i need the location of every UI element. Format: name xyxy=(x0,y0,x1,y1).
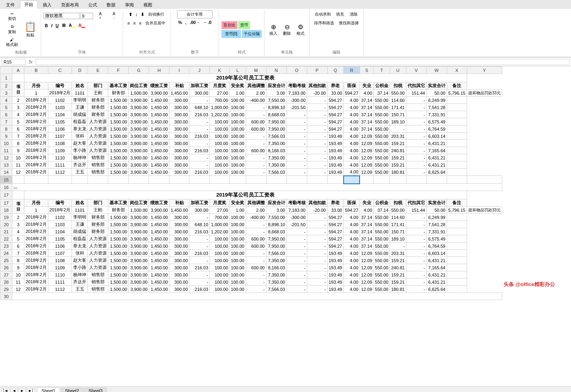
col-J[interactable]: J xyxy=(189,67,210,74)
cell-name-1[interactable]: 王刚 xyxy=(88,90,108,97)
cell-seq-1[interactable]: 1 xyxy=(24,90,48,97)
cell-ot-1[interactable]: 27.00 xyxy=(210,90,230,97)
cell-month-1[interactable]: 2018年2月 xyxy=(48,90,72,97)
cell-net-1[interactable]: 5,796.15 xyxy=(447,90,467,97)
col-A[interactable]: A xyxy=(12,67,24,74)
tab-home[interactable]: 开始 xyxy=(20,0,38,9)
col-P[interactable]: P xyxy=(307,67,327,74)
col-C[interactable]: C xyxy=(48,67,72,74)
cell-medical-1[interactable]: 4.00 xyxy=(360,90,374,97)
align-top-button[interactable]: ⬆ xyxy=(127,11,133,18)
border-button[interactable]: ⊞ xyxy=(61,22,67,29)
format-paint-button[interactable]: 🖌 格式刷 xyxy=(4,36,20,49)
cell-pension-1[interactable]: 594.27 xyxy=(344,90,360,97)
cell-A1[interactable] xyxy=(12,74,24,82)
bold-button[interactable]: B xyxy=(44,22,49,29)
font-size-selector[interactable] xyxy=(80,13,93,19)
row-header-2[interactable]: 2 xyxy=(0,82,12,90)
col-O[interactable]: O xyxy=(286,67,307,74)
tab-insert[interactable]: 插入 xyxy=(38,1,56,9)
tab-view[interactable]: 视图 xyxy=(139,1,157,9)
cell-attendance-1[interactable]: -20.00 xyxy=(307,90,327,97)
auto-sum-button[interactable]: 自动求和 xyxy=(313,10,333,18)
col-U[interactable]: U xyxy=(390,67,406,74)
cell-dept-1[interactable]: 财务部 xyxy=(108,90,129,97)
row-header-4[interactable]: 4 xyxy=(0,97,12,104)
tab-data[interactable]: 数据 xyxy=(102,1,120,9)
comma-button[interactable]: , xyxy=(184,19,188,26)
col-B[interactable]: B xyxy=(24,67,48,74)
col-Y[interactable]: Y xyxy=(467,67,502,74)
cell-monthly-1[interactable]: 1.00 xyxy=(229,90,246,97)
col-X[interactable]: X xyxy=(447,67,467,74)
delete-button[interactable]: ⊖ 删除 xyxy=(281,22,293,38)
cell-base-1[interactable]: 1,500.00 xyxy=(129,90,149,97)
sheet-nav-last[interactable]: ►| xyxy=(26,388,35,392)
font-name-selector[interactable] xyxy=(44,13,80,19)
fill-color-button[interactable]: A▁ xyxy=(68,22,76,29)
font-size-decrease[interactable]: A- xyxy=(107,10,120,21)
sheet-tab-3[interactable]: Sheet3 xyxy=(84,388,107,392)
cell-tax-1[interactable]: 151.44 xyxy=(406,90,426,97)
tab-page-layout[interactable]: 页面布局 xyxy=(57,1,83,9)
col-H[interactable]: H xyxy=(149,67,169,74)
col-E[interactable]: E xyxy=(88,67,108,74)
cell-id-1[interactable]: 1101 xyxy=(72,90,88,97)
sheet-nav-next[interactable]: ► xyxy=(18,388,26,392)
cell-reference[interactable] xyxy=(2,59,26,65)
col-W[interactable]: W xyxy=(426,67,447,74)
sheet-nav-prev[interactable]: ◄ xyxy=(11,388,18,392)
col-G[interactable]: G xyxy=(129,67,149,74)
percent-button[interactable]: % xyxy=(177,19,183,26)
cell-sub-1[interactable]: 300.00 xyxy=(189,90,210,97)
cell-total-pay-1[interactable]: 7,183.00 xyxy=(286,90,307,97)
sort-filter-button[interactable]: 排序和筛选 xyxy=(312,19,336,27)
col-I[interactable]: I xyxy=(169,67,189,74)
italic-button[interactable]: I xyxy=(50,22,54,29)
format-button[interactable]: ⚙ 格式 xyxy=(294,22,307,38)
align-center-button[interactable]: ≡ xyxy=(132,20,137,26)
paste-button[interactable]: 📋 粘贴 xyxy=(22,20,38,39)
col-F[interactable]: F xyxy=(108,67,129,74)
col-D[interactable]: D xyxy=(72,67,88,74)
row-header-3[interactable]: 3 xyxy=(0,90,12,97)
increase-decimal-button[interactable]: .00→ xyxy=(189,19,201,26)
tab-formula[interactable]: 公式 xyxy=(84,1,101,9)
cell-other-ded2-1[interactable]: 50.00 xyxy=(426,90,447,97)
sheet-tab-2[interactable]: Sheet2 xyxy=(61,388,84,392)
font-color-button[interactable]: A▁ xyxy=(77,22,86,29)
align-bottom-button[interactable]: ⬇ xyxy=(139,11,145,18)
align-middle-button[interactable]: ↕ xyxy=(134,11,139,18)
col-T[interactable]: T xyxy=(374,67,390,74)
find-select-button[interactable]: 查找和选择 xyxy=(337,19,361,27)
row-header-1[interactable]: 1 xyxy=(0,74,12,82)
cell-note-1[interactable]: 提坏物品罚款33元 xyxy=(467,90,502,97)
formula-input[interactable] xyxy=(36,59,569,65)
cut-button[interactable]: ✂ 剪切 xyxy=(4,10,20,23)
tab-file[interactable]: 文件 xyxy=(2,1,19,9)
accounting-button[interactable]: 会计专用 xyxy=(177,10,213,18)
row-header-15[interactable]: 15 xyxy=(0,176,12,184)
fill-button[interactable]: 填充 xyxy=(334,10,346,18)
copy-button[interactable]: ⧉ 复制 xyxy=(4,23,20,36)
col-M[interactable]: M xyxy=(246,67,266,74)
col-N[interactable]: N xyxy=(266,67,286,74)
font-size-increase[interactable]: A+ xyxy=(94,10,107,21)
align-left-button[interactable]: ≡ xyxy=(126,20,131,26)
cell-unemploy-1[interactable]: 37.14 xyxy=(374,90,390,97)
auto-wrap-button[interactable]: 自动换行 xyxy=(146,10,166,18)
selected-cell-R15[interactable] xyxy=(344,176,360,184)
col-Q[interactable]: Q xyxy=(327,67,344,74)
insert-button[interactable]: ⊕ 插入 xyxy=(267,22,280,38)
col-K[interactable]: K xyxy=(210,67,230,74)
sheet-nav-first[interactable]: |◄ xyxy=(2,388,10,392)
sheet-area[interactable]: A B C D E F G H I J K L M N O xyxy=(0,66,571,386)
col-S[interactable]: S xyxy=(360,67,374,74)
sheet-tab-1[interactable]: Sheet1 xyxy=(37,388,60,392)
clear-button[interactable]: 清除 xyxy=(347,10,360,18)
cell-post-1[interactable]: 3,900.00 xyxy=(149,90,169,97)
cell-other-ded-1[interactable]: 33.00 xyxy=(327,90,344,97)
col-V[interactable]: V xyxy=(406,67,426,74)
cell-fund-1[interactable]: 550.00 xyxy=(390,90,406,97)
merge-center-button[interactable]: 合并后居中 xyxy=(143,19,167,27)
